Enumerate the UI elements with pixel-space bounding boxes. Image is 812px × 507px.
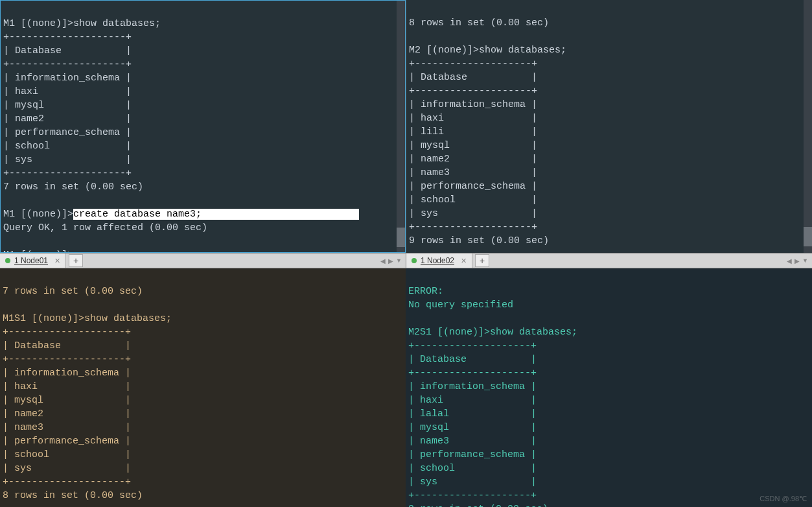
tab-dropdown-icon[interactable]: ▼ xyxy=(396,257,402,264)
hl-pad xyxy=(202,209,359,220)
table-row: | lalal | xyxy=(408,408,537,419)
terminal-pane-m1[interactable]: M1 [(none)]>show databases; +-----------… xyxy=(0,0,406,253)
table-row: | information_schema | xyxy=(408,381,537,392)
table-row: | name3 | xyxy=(3,422,131,433)
table-row: | sys | xyxy=(3,154,132,165)
tab-label: 1 Node02 xyxy=(421,256,454,265)
result-info: 8 rows in set (0.00 sec) xyxy=(408,504,548,507)
terminal-pane-m2s1[interactable]: ERROR: No query specified M2S1 [(none)]>… xyxy=(406,268,812,507)
close-icon[interactable]: ✕ xyxy=(54,257,60,265)
table-header: | Database | xyxy=(3,45,132,56)
table-border: +--------------------+ xyxy=(409,58,537,69)
table-border: +--------------------+ xyxy=(3,168,132,179)
table-border: +--------------------+ xyxy=(408,368,537,379)
table-row: | haxi | xyxy=(409,113,537,124)
result-info: 9 rows in set (0.00 sec) xyxy=(409,235,549,246)
scrollbar-vertical[interactable] xyxy=(397,1,405,252)
scrollbar-thumb[interactable] xyxy=(397,228,405,247)
result-info: 7 rows in set (0.00 sec) xyxy=(3,286,143,297)
tab-next-icon[interactable]: ▶ xyxy=(388,257,393,265)
prompt: M2 [(none)]> xyxy=(409,45,479,56)
table-row: | sys | xyxy=(408,477,537,488)
table-row: | school | xyxy=(409,195,537,206)
terminal-pane-m1s1[interactable]: 7 rows in set (0.00 sec) M1S1 [(none)]>s… xyxy=(0,268,406,507)
tab-dropdown-icon[interactable]: ▼ xyxy=(802,257,808,264)
table-row: | school | xyxy=(408,463,537,474)
scrollbar-vertical[interactable] xyxy=(804,0,812,253)
sql-command: show databases; xyxy=(73,18,161,29)
prompt: M1 [(none)]> xyxy=(3,18,73,29)
table-border: +--------------------+ xyxy=(3,59,132,70)
tab-bar-right: 1 Node02 ✕ + ◀ ▶ ▼ xyxy=(406,253,812,268)
table-row: | name3 | xyxy=(409,167,537,178)
add-tab-button[interactable]: + xyxy=(69,254,83,267)
table-border: +--------------------+ xyxy=(408,340,537,351)
table-row: | haxi | xyxy=(3,86,132,97)
prompt: M1S1 [(none)]> xyxy=(3,313,84,324)
add-tab-button[interactable]: + xyxy=(475,254,489,267)
table-row: | mysql | xyxy=(3,395,131,406)
table-row: | mysql | xyxy=(408,422,537,433)
table-header: | Database | xyxy=(408,354,537,365)
result-info: 8 rows in set (0.00 sec) xyxy=(3,490,143,501)
table-border: +--------------------+ xyxy=(409,86,537,97)
table-border: +--------------------+ xyxy=(408,490,537,501)
table-row: | performance_schema | xyxy=(3,127,132,138)
sql-command-highlighted: create database name3; xyxy=(73,209,202,220)
sql-command: show databases; xyxy=(84,313,172,324)
table-row: | performance_schema | xyxy=(408,449,537,460)
prompt: M1 [(none)]> xyxy=(3,250,73,253)
table-row: | school | xyxy=(3,141,132,152)
sql-command: show databases; xyxy=(479,45,566,56)
terminal-pane-m2[interactable]: 8 rows in set (0.00 sec) M2 [(none)]>sho… xyxy=(406,0,812,253)
table-row: | performance_schema | xyxy=(409,181,537,192)
table-row: | mysql | xyxy=(3,100,132,111)
error-line: No query specified xyxy=(408,300,513,311)
table-row: | haxi | xyxy=(3,381,131,392)
tab-label: 1 Node01 xyxy=(14,256,48,265)
table-row: | name3 | xyxy=(408,436,537,447)
result-info: 8 rows in set (0.00 sec) xyxy=(409,18,549,29)
error-line: ERROR: xyxy=(408,286,443,297)
table-row: | lili | xyxy=(409,126,537,137)
table-row: | performance_schema | xyxy=(3,436,131,447)
table-border: +--------------------+ xyxy=(3,477,131,488)
table-header: | Database | xyxy=(3,340,131,351)
watermark: CSDN @.98℃ xyxy=(760,492,807,506)
table-row: | sys | xyxy=(409,208,537,219)
table-row: | name2 | xyxy=(3,113,132,124)
table-row: | information_schema | xyxy=(3,368,131,379)
table-row: | haxi | xyxy=(408,395,537,406)
tab-node02[interactable]: 1 Node02 ✕ xyxy=(406,254,472,268)
tab-bar-left: 1 Node01 ✕ + ◀ ▶ ▼ xyxy=(0,253,406,268)
tab-prev-icon[interactable]: ◀ xyxy=(380,257,386,265)
table-header: | Database | xyxy=(409,72,537,83)
query-ok: Query OK, 1 row affected (0.00 sec) xyxy=(3,222,207,233)
result-info: 7 rows in set (0.00 sec) xyxy=(3,182,143,193)
prompt: M1 [(none)]> xyxy=(3,209,73,220)
table-row: | name2 | xyxy=(3,408,131,419)
tab-node01[interactable]: 1 Node01 ✕ xyxy=(0,254,66,268)
table-border: +--------------------+ xyxy=(3,327,131,338)
tab-nav: ◀ ▶ ▼ xyxy=(380,257,406,265)
table-row: | information_schema | xyxy=(3,73,132,84)
table-row: | mysql | xyxy=(409,140,537,151)
table-row: | name2 | xyxy=(409,154,537,165)
tab-nav: ◀ ▶ ▼ xyxy=(787,257,812,265)
table-row: | sys | xyxy=(3,463,131,474)
table-row: | information_schema | xyxy=(409,99,537,110)
prompt: M2S1 [(none)]> xyxy=(408,327,490,338)
table-border: +--------------------+ xyxy=(409,222,537,233)
status-dot-icon xyxy=(412,258,417,263)
scrollbar-thumb[interactable] xyxy=(804,227,812,246)
tab-prev-icon[interactable]: ◀ xyxy=(787,257,792,265)
status-dot-icon xyxy=(5,258,10,263)
table-row: | school | xyxy=(3,449,131,460)
table-border: +--------------------+ xyxy=(3,354,131,365)
tab-next-icon[interactable]: ▶ xyxy=(795,257,800,265)
close-icon[interactable]: ✕ xyxy=(461,257,467,265)
table-border: +--------------------+ xyxy=(3,32,132,43)
sql-command: show databases; xyxy=(490,327,577,338)
